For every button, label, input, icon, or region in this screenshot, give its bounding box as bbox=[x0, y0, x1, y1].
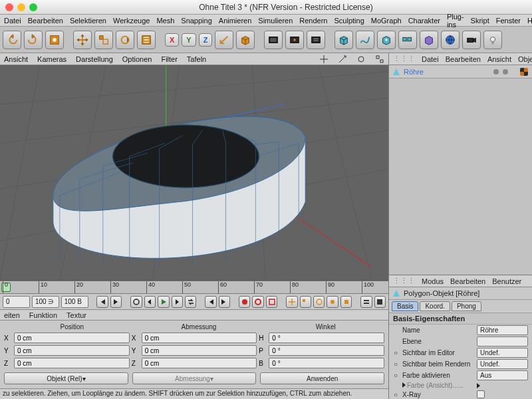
frame-end-field[interactable]: 100 ∋ bbox=[32, 296, 59, 308]
menu-datei[interactable]: Datei bbox=[4, 17, 21, 25]
prop-ebene-field[interactable] bbox=[477, 336, 528, 346]
attr-menu-modus[interactable]: Modus bbox=[422, 277, 444, 285]
undo-button[interactable] bbox=[3, 31, 21, 49]
menu-rendern[interactable]: Rendern bbox=[299, 17, 327, 25]
tab-textur[interactable]: Textur bbox=[66, 311, 86, 319]
render-settings-button[interactable] bbox=[307, 31, 325, 49]
menu-mograph[interactable]: MoGraph bbox=[371, 17, 402, 25]
viewport-move-icon[interactable] bbox=[319, 55, 329, 64]
redo-button[interactable] bbox=[24, 31, 43, 49]
add-spline-button[interactable] bbox=[356, 31, 374, 49]
menu-selektieren[interactable]: Selektieren bbox=[70, 17, 106, 25]
view-menu-optionen[interactable]: Optionen bbox=[122, 55, 152, 63]
add-cube-button[interactable] bbox=[334, 31, 353, 49]
tab-eiten[interactable]: eiten bbox=[4, 311, 20, 319]
menu-plugins[interactable]: Plug-ins bbox=[447, 13, 464, 29]
key-scale-button[interactable] bbox=[300, 296, 311, 308]
view-menu-darstellung[interactable]: Darstellung bbox=[76, 55, 113, 63]
prev-frame-button[interactable] bbox=[144, 296, 156, 308]
coord-apply-button[interactable]: Anwenden bbox=[260, 372, 384, 384]
ang-h-field[interactable] bbox=[269, 332, 384, 343]
dim-z-field[interactable] bbox=[142, 358, 257, 368]
menu-mesh[interactable]: Mesh bbox=[156, 17, 174, 25]
add-deformer-button[interactable] bbox=[420, 31, 438, 49]
ang-p-field[interactable] bbox=[269, 345, 384, 356]
key-move-button[interactable] bbox=[286, 296, 297, 308]
cube-primitive-button[interactable] bbox=[236, 31, 255, 49]
om-menu-datei[interactable]: Datei bbox=[422, 55, 439, 63]
view-menu-tafeln[interactable]: Tafeln bbox=[187, 55, 206, 63]
menu-bearbeiten[interactable]: Bearbeiten bbox=[28, 17, 63, 25]
menu-sculpting[interactable]: Sculpting bbox=[334, 17, 364, 25]
object-name-label[interactable]: Röhre bbox=[404, 68, 424, 76]
view-menu-kameras[interactable]: Kameras bbox=[37, 55, 66, 63]
autokey-button[interactable] bbox=[252, 296, 263, 308]
menu-werkzeuge[interactable]: Werkzeuge bbox=[113, 17, 150, 25]
menu-skript[interactable]: Skript bbox=[471, 17, 489, 25]
visibility-render-dot-icon[interactable] bbox=[503, 69, 508, 74]
lock-z-button[interactable]: Z bbox=[199, 33, 213, 47]
viewport-toggle-icon[interactable] bbox=[375, 55, 384, 64]
live-select-button[interactable] bbox=[45, 31, 64, 49]
loop-button[interactable] bbox=[130, 296, 142, 308]
menu-snapping[interactable]: Snapping bbox=[181, 17, 212, 25]
key-param-button[interactable] bbox=[327, 296, 338, 308]
rotate-button[interactable] bbox=[116, 31, 134, 49]
coord-mode-dropdown[interactable]: Objekt (Rel) ▾ bbox=[4, 372, 128, 384]
coord-dim-dropdown[interactable]: Abmessung ▾ bbox=[132, 372, 257, 384]
coord-system-button[interactable] bbox=[215, 31, 233, 49]
pos-x-field[interactable] bbox=[14, 332, 130, 343]
key-pla-button[interactable] bbox=[340, 296, 352, 308]
render-pv-button[interactable] bbox=[285, 31, 304, 49]
timeline-more-button[interactable] bbox=[374, 296, 386, 308]
add-environment-button[interactable] bbox=[441, 31, 460, 49]
go-start-button[interactable] bbox=[96, 296, 108, 308]
pos-y-field[interactable] bbox=[14, 345, 130, 356]
attr-menu-benutzer[interactable]: Benutzer bbox=[492, 277, 521, 285]
prop-visibility-editor-field[interactable]: Undef. bbox=[477, 348, 528, 358]
lock-x-button[interactable]: X bbox=[165, 33, 179, 47]
add-nurbs-button[interactable] bbox=[377, 31, 396, 49]
next-key-button[interactable] bbox=[219, 296, 230, 308]
phong-tag-icon[interactable] bbox=[520, 68, 528, 76]
frame-start-field[interactable]: 0 bbox=[3, 296, 30, 308]
dim-y-field[interactable] bbox=[142, 345, 257, 356]
perspective-viewport[interactable]: ↖▦ bbox=[0, 65, 388, 281]
play-button[interactable] bbox=[158, 296, 169, 308]
om-menu-bearbeiten[interactable]: Bearbeiten bbox=[446, 55, 481, 63]
move-button[interactable] bbox=[73, 31, 92, 49]
menu-simulieren[interactable]: Simulieren bbox=[258, 17, 293, 25]
om-menu-objekte[interactable]: Objekte bbox=[518, 55, 532, 63]
menu-animieren[interactable]: Animieren bbox=[219, 17, 252, 25]
menu-fenster[interactable]: Fenster bbox=[496, 17, 521, 25]
timeline-options-button[interactable] bbox=[360, 296, 372, 308]
menu-hilfe[interactable]: Hilfe bbox=[527, 17, 532, 25]
menu-charakter[interactable]: Charakter bbox=[408, 17, 440, 25]
om-menu-ansicht[interactable]: Ansicht bbox=[487, 55, 511, 63]
prop-xray-checkbox[interactable] bbox=[477, 390, 485, 398]
object-tree-row[interactable]: Röhre bbox=[389, 65, 532, 78]
viewport-rotate-icon[interactable] bbox=[356, 55, 366, 64]
view-menu-ansicht[interactable]: Ansicht bbox=[4, 55, 28, 63]
minimize-icon[interactable] bbox=[17, 3, 25, 11]
tab-funktion[interactable]: Funktion bbox=[29, 311, 57, 319]
close-icon[interactable] bbox=[5, 3, 13, 11]
view-menu-filter[interactable]: Filter bbox=[161, 55, 177, 63]
frame-current-field[interactable]: 100 B bbox=[61, 296, 88, 308]
add-array-button[interactable] bbox=[398, 31, 417, 49]
attr-menu-bearbeiten[interactable]: Bearbeiten bbox=[450, 277, 485, 285]
lock-y-button[interactable]: Y bbox=[182, 33, 196, 47]
add-light-button[interactable] bbox=[483, 31, 502, 49]
add-camera-button[interactable] bbox=[462, 31, 481, 49]
tab-basis[interactable]: Basis bbox=[392, 301, 418, 311]
pos-z-field[interactable] bbox=[14, 358, 130, 368]
ang-b-field[interactable] bbox=[269, 358, 384, 368]
next-frame-button[interactable] bbox=[172, 296, 183, 308]
tab-phong[interactable]: Phong bbox=[452, 301, 481, 311]
chevron-right-icon[interactable] bbox=[477, 383, 480, 388]
render-view-button[interactable] bbox=[264, 31, 283, 49]
timeline-ruler[interactable]: 0 10 20 30 40 50 60 70 80 90 100 bbox=[0, 281, 388, 294]
record-button[interactable] bbox=[239, 296, 250, 308]
prop-visibility-render-field[interactable]: Undef. bbox=[477, 359, 528, 369]
scale-button[interactable] bbox=[94, 31, 113, 49]
